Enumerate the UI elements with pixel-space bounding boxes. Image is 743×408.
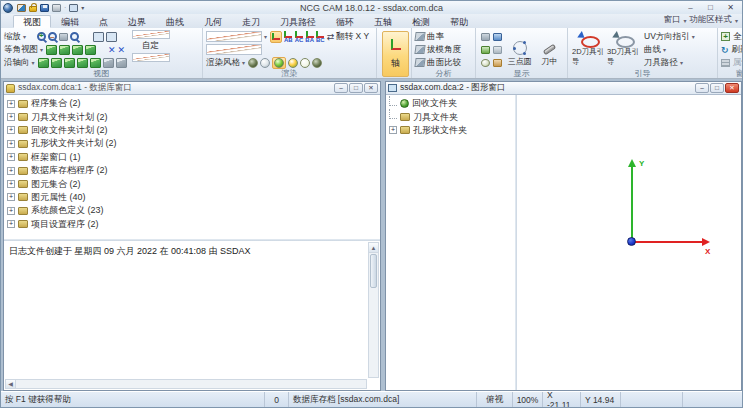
database-window-titlebar[interactable]: ssdax.com.dca:1 - 数据库窗口 – □ ✕ — [4, 82, 380, 95]
lock-icon[interactable] — [29, 6, 37, 12]
display-icon-6[interactable] — [493, 59, 502, 67]
axis-pair-ac[interactable]: AC — [295, 31, 304, 43]
database-minimize-button[interactable]: – — [334, 83, 348, 93]
render-style-thumb-1[interactable] — [206, 31, 262, 42]
tab-inspect[interactable]: 检测 — [402, 15, 440, 28]
iso-view-dropdown-icon[interactable]: ▾ — [40, 46, 43, 53]
scroll-left-icon[interactable]: ◀ — [6, 380, 16, 388]
along-axis-dropdown-icon[interactable]: ▾ — [32, 59, 35, 66]
tab-boundary[interactable]: 边界 — [118, 15, 156, 28]
curvature-button[interactable]: 曲率 — [415, 30, 472, 43]
qat-dropdown-icon[interactable]: ▾ — [81, 4, 84, 11]
print-icon[interactable] — [52, 4, 61, 12]
toolpath-guide-menu[interactable]: 刀具路径 ▾ — [644, 56, 696, 69]
iso-view-menu[interactable]: 等角视图 — [4, 44, 38, 56]
properties-button[interactable]: 属性 — [721, 56, 743, 69]
three-point-circle-button[interactable]: 三点圆 — [505, 30, 535, 68]
expand-icon[interactable]: + — [7, 100, 15, 108]
ribbon-style-menu[interactable]: 功能区样式 — [689, 14, 732, 26]
app-logo-icon[interactable] — [3, 3, 13, 13]
maximize-button[interactable]: □ — [701, 3, 720, 13]
iso-view-4-icon[interactable] — [85, 45, 96, 55]
log-vertical-scrollbar[interactable]: ▲ — [368, 242, 379, 378]
guide-3d-button[interactable]: 3D刀具引导 — [606, 30, 641, 68]
tab-geometry[interactable]: 几何 — [194, 15, 232, 28]
axis-view-3-icon[interactable] — [64, 58, 75, 68]
tab-toolpath[interactable]: 刀具路径 — [270, 15, 326, 28]
save-icon[interactable] — [40, 4, 49, 12]
axis-view-7-icon[interactable] — [116, 58, 127, 68]
display-icon-1[interactable] — [481, 33, 490, 41]
fullscreen-button[interactable]: + 全屏 — [721, 30, 743, 43]
expand-icon[interactable]: + — [7, 113, 15, 121]
surface-compare-button[interactable]: 曲面比较 — [415, 56, 472, 69]
zoom-out-icon[interactable] — [48, 32, 57, 41]
custom-view-thumb-bottom[interactable] — [132, 53, 170, 62]
tab-edit[interactable]: 编辑 — [51, 15, 89, 28]
display-icon-3[interactable] — [481, 46, 490, 54]
minimize-button[interactable]: – — [681, 3, 700, 13]
tab-curve[interactable]: 曲线 — [156, 15, 194, 28]
axis-toggle-button[interactable]: 轴 — [382, 31, 409, 77]
custom-view-label[interactable]: 自定 — [142, 40, 159, 52]
uv-guide-menu[interactable]: UV方向指引 ▾ — [644, 30, 696, 43]
render-mode-1-icon[interactable] — [248, 58, 258, 68]
expand-icon[interactable]: + — [7, 207, 15, 215]
render-mode-3-icon[interactable] — [272, 57, 286, 69]
tree-item[interactable]: + 刀具文件夹计划 (2) — [7, 110, 380, 123]
zoom-previous-icon[interactable] — [70, 32, 79, 41]
tree-item[interactable]: + 项目设置程序 (2) — [7, 218, 380, 231]
window-menu-dropdown-icon[interactable]: ▾ — [683, 17, 686, 24]
render-mode-2-icon[interactable] — [260, 58, 270, 68]
tree-item[interactable]: + 图元属性 (40) — [7, 191, 380, 204]
tab-cutting[interactable]: 走刀 — [232, 15, 270, 28]
tree-item-tool-folder[interactable]: 刀具文件夹 — [389, 110, 514, 123]
graphics-viewport[interactable]: Y X — [517, 95, 741, 390]
close-button[interactable]: ✕ — [721, 3, 740, 13]
tree-item[interactable]: + 系统颜色定义 (23) — [7, 204, 380, 217]
scroll-up-icon[interactable]: ▲ — [369, 243, 378, 253]
fit-all-icon[interactable]: ✕ — [118, 45, 126, 55]
curve-guide-menu[interactable]: 曲线 ▾ — [644, 43, 696, 56]
graphics-minimize-button[interactable]: – — [695, 83, 709, 93]
custom-view-thumb-top[interactable] — [132, 30, 170, 39]
database-close-button[interactable]: ✕ — [364, 83, 378, 93]
axis-view-6-icon[interactable] — [103, 58, 114, 68]
ribbon-style-dropdown-icon[interactable]: ▾ — [735, 17, 738, 24]
scroll-thumb[interactable] — [370, 254, 377, 288]
expand-icon[interactable]: + — [7, 126, 15, 134]
zoom-menu[interactable]: 缩放 — [4, 31, 21, 43]
graphics-window-titlebar[interactable]: ssdax.com.dca:2 - 图形窗口 – □ ✕ — [386, 82, 741, 95]
axis-pair-bc[interactable]: BC — [316, 31, 325, 43]
fit-view-icon[interactable]: ✕ — [108, 45, 116, 55]
axis-view-4-icon[interactable] — [77, 58, 88, 68]
axis-pair-ba[interactable]: BA — [305, 31, 314, 43]
graphics-close-button[interactable]: ✕ — [725, 83, 739, 93]
window-menu[interactable]: 窗口 — [663, 14, 680, 26]
axis-pair-ab[interactable]: AB — [284, 31, 293, 43]
tree-item-recycle-folder[interactable]: 回收文件夹 — [389, 97, 514, 110]
draft-angle-button[interactable]: 拔模角度 — [415, 43, 472, 56]
expand-icon[interactable]: + — [7, 180, 15, 188]
display-icon-5[interactable] — [481, 59, 490, 67]
render-style-dropdown-icon[interactable]: ▾ — [242, 59, 245, 66]
expand-icon[interactable]: + — [389, 126, 397, 134]
render-gallery-dropdown-icon[interactable]: ▾ — [264, 33, 267, 40]
render-mode-4-icon[interactable] — [288, 58, 298, 68]
zoom-window-icon[interactable] — [59, 33, 68, 41]
iso-view-1-icon[interactable] — [46, 45, 57, 55]
axis-view-5-icon[interactable] — [90, 58, 101, 68]
database-maximize-button[interactable]: □ — [349, 83, 363, 93]
expand-icon[interactable]: + — [7, 220, 15, 228]
expand-icon[interactable]: + — [7, 193, 15, 201]
render-mode-5-icon[interactable] — [300, 58, 310, 68]
log-horizontal-scrollbar[interactable]: ◀ — [5, 379, 367, 389]
expand-icon[interactable]: + — [7, 167, 15, 175]
iso-view-2-icon[interactable] — [59, 45, 70, 55]
refresh-button[interactable]: ↻ 刷新 — [721, 43, 743, 56]
tab-help[interactable]: 帮助 — [440, 15, 478, 28]
tree-item[interactable]: + 图元集合 (2) — [7, 177, 380, 190]
render-mode-6-icon[interactable] — [312, 58, 322, 68]
render-style-thumb-2[interactable] — [206, 44, 262, 55]
window-layout-icon[interactable] — [69, 4, 78, 12]
